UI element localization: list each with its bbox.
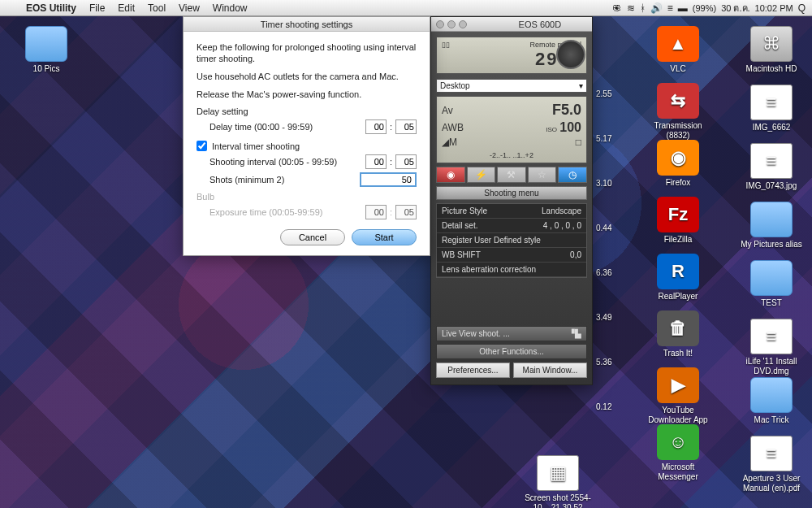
- tab-tools[interactable]: ⚒: [497, 167, 526, 183]
- camera-control-panel: EOS 600D ▯▯Remote manual 2904 Desktop ▾ …: [430, 16, 593, 385]
- desktop-macintosh-hd[interactable]: ⌘Macintosh HD: [735, 26, 808, 74]
- tab-camera[interactable]: ◉: [436, 167, 465, 183]
- spotlight-icon[interactable]: Q: [798, 2, 806, 14]
- shooting-interval-label: Shooting interval (00:05 - 99:59): [209, 157, 365, 167]
- menu-window[interactable]: Window: [206, 2, 254, 14]
- menubar-date[interactable]: 30 ต.ค.: [721, 1, 749, 15]
- bluetooth-icon[interactable]: ᚼ: [640, 2, 646, 14]
- ev-scale[interactable]: -2..-1.. ..1..+2: [442, 151, 581, 159]
- edge-number: 3.10: [596, 179, 611, 188]
- cancel-button[interactable]: Cancel: [280, 229, 345, 245]
- app-firefox[interactable]: ◉Firefox: [641, 140, 715, 188]
- folder-10pics[interactable]: 10 Pics: [10, 26, 83, 74]
- edge-number: 2.55: [596, 89, 611, 98]
- app-microsoft-messenger[interactable]: ☺Microsoft Messenger: [641, 424, 715, 482]
- shots-label: Shots (minimum 2): [209, 175, 360, 185]
- desktop-img-0743-jpg[interactable]: ≡IMG_0743.jpg: [735, 143, 808, 191]
- battery-text: (99%): [693, 3, 716, 13]
- interval-minutes-input[interactable]: [365, 154, 387, 169]
- edge-number: 3.49: [596, 313, 611, 322]
- main-window-button[interactable]: Main Window...: [513, 363, 587, 378]
- white-balance[interactable]: AWB: [442, 122, 464, 133]
- delay-section-label: Delay setting: [197, 106, 417, 116]
- app-name[interactable]: EOS Utility: [19, 2, 83, 14]
- function-tabs: ◉ ⚡ ⚒ ☆ ◷: [436, 167, 587, 183]
- delay-time-label: Delay time (00:00 - 99:59): [209, 122, 365, 132]
- shots-input[interactable]: [360, 172, 417, 187]
- minimize-icon[interactable]: [447, 20, 456, 28]
- edge-number: 6.36: [596, 268, 611, 277]
- folder-icon: [25, 26, 67, 62]
- preferences-button[interactable]: Preferences...: [436, 363, 510, 378]
- desktop-my-pictures-alias[interactable]: My Pictures alias: [735, 202, 808, 250]
- screenshot-file[interactable]: ▦ Screen shot 2554-10... 21.30.52: [521, 455, 594, 508]
- edge-number: 0.12: [596, 402, 611, 411]
- dialog-intro2: Use household AC outlets for the camera …: [197, 71, 417, 82]
- desktop-ilife-11-install-dvd-dmg[interactable]: ≡iLife '11 Install DVD.dmg: [735, 319, 808, 376]
- desktop-test[interactable]: TEST: [735, 260, 808, 308]
- menubar: EOS Utility File Edit Tool View Window ֎…: [0, 0, 812, 16]
- delay-seconds-input[interactable]: [395, 119, 417, 134]
- shooting-menu-item[interactable]: Register User Defined style: [437, 233, 586, 248]
- shooting-menu-list: Picture StyleLandscapeDetail set.4 , 0 ,…: [436, 203, 587, 278]
- mode-dial[interactable]: [556, 40, 585, 69]
- menu-file[interactable]: File: [83, 2, 111, 14]
- interval-check-label: Interval timer shooting: [212, 141, 300, 151]
- tab-star[interactable]: ☆: [528, 167, 557, 183]
- desktop-img-6662[interactable]: ≡IMG_6662: [735, 85, 808, 132]
- desktop-mac-trick[interactable]: Mac Trick: [735, 377, 808, 425]
- dialog-title: Timer shooting settings: [184, 17, 430, 32]
- exposure-seconds-input: [395, 205, 417, 219]
- menu-edit[interactable]: Edit: [111, 2, 141, 14]
- zoom-icon[interactable]: [459, 20, 467, 28]
- shooting-menu-item[interactable]: WB SHIFT0,0: [437, 248, 586, 263]
- drive-mode[interactable]: □: [576, 137, 581, 148]
- metering-mode[interactable]: ◢M: [442, 137, 457, 148]
- shooting-menu-header: Shooting menu: [436, 186, 587, 200]
- exposure-time-label: Exposure time (00:05-99:59): [209, 207, 365, 217]
- app-filezilla[interactable]: FzFileZilla: [641, 197, 715, 245]
- menu-tool[interactable]: Tool: [141, 2, 172, 14]
- exposure-minutes-input: [365, 205, 387, 219]
- battery-icon[interactable]: ▬: [678, 2, 688, 14]
- dialog-intro1: Keep the following for prolonged shootin…: [197, 41, 417, 64]
- spiral-status-icon[interactable]: ֎: [612, 2, 622, 14]
- bulb-section-label: Bulb: [197, 192, 417, 202]
- timer-settings-dialog: Timer shooting settings Keep the followi…: [183, 16, 430, 256]
- volume-icon[interactable]: 🔊: [650, 2, 663, 14]
- iso-value[interactable]: 100: [559, 120, 581, 134]
- shooting-menu-item[interactable]: Detail set.4 , 0 , 0 , 0: [437, 219, 586, 233]
- wave-status-icon[interactable]: ≋: [627, 2, 635, 14]
- app-youtube-downloader-app[interactable]: ▶YouTube Downloader App: [641, 367, 715, 425]
- tab-timer[interactable]: ◷: [558, 167, 587, 183]
- destination-folder[interactable]: Desktop: [440, 81, 470, 90]
- other-functions-button[interactable]: Other Functions...: [436, 344, 587, 359]
- app-realplayer[interactable]: RRealPlayer: [641, 254, 715, 302]
- delay-minutes-input[interactable]: [365, 119, 387, 134]
- dialog-intro3: Release the Mac's power-saving function.: [197, 89, 417, 100]
- close-icon[interactable]: [436, 20, 444, 28]
- file-icon: ▦: [537, 455, 579, 491]
- live-view-button[interactable]: Live View shoot. ...▝▙: [436, 326, 587, 341]
- flag-icon[interactable]: ≡: [667, 2, 673, 14]
- shooting-menu-item[interactable]: Picture StyleLandscape: [437, 204, 586, 219]
- camera-title: EOS 600D: [519, 20, 562, 29]
- interval-seconds-input[interactable]: [395, 154, 417, 169]
- edge-number: 5.17: [596, 134, 611, 143]
- edge-number: 0.44: [596, 224, 611, 232]
- start-button[interactable]: Start: [352, 229, 417, 245]
- app-transmission-8832-[interactable]: ⇆Transmission (8832): [641, 83, 715, 141]
- app-trash-it-[interactable]: 🗑Trash It!: [641, 310, 715, 358]
- menu-view[interactable]: View: [172, 2, 206, 14]
- desktop-aperture-3-user-manual-en-pdf[interactable]: ≡Aperture 3 User Manual (en).pdf: [735, 436, 808, 493]
- tab-flash[interactable]: ⚡: [467, 167, 496, 183]
- folder-browse-icon[interactable]: ▾: [579, 81, 583, 90]
- app-vlc[interactable]: ▲VLC: [641, 26, 715, 74]
- aperture-value[interactable]: F5.0: [552, 102, 581, 119]
- shooting-mode[interactable]: Av: [442, 105, 453, 116]
- interval-timer-checkbox[interactable]: [197, 141, 207, 151]
- menubar-time[interactable]: 10:02 PM: [755, 3, 793, 13]
- shooting-menu-item[interactable]: Lens aberration correction: [437, 263, 586, 277]
- camera-lcd-settings: AvF5.0 AWBISO 100 ◢M□ -2..-1.. ..1..+2: [436, 96, 587, 163]
- edge-number: 5.36: [596, 358, 611, 367]
